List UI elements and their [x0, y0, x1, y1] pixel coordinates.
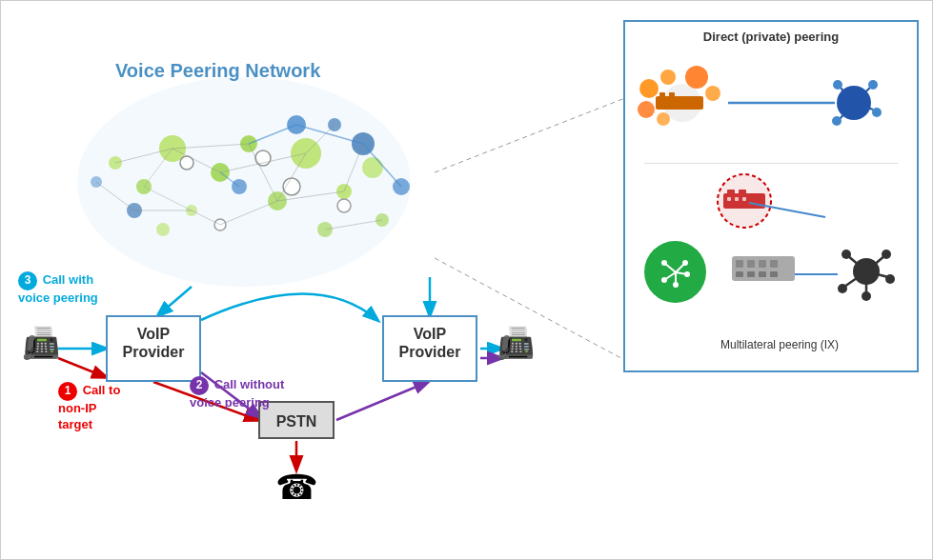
- svg-rect-96: [747, 260, 755, 268]
- svg-line-34: [363, 144, 401, 187]
- svg-point-9: [362, 157, 383, 178]
- label-call-voicepeering: 3 Call withvoice peering: [18, 271, 98, 307]
- svg-line-45: [220, 172, 239, 187]
- phone-left: 📠: [22, 325, 60, 361]
- svg-line-38: [115, 149, 172, 163]
- svg-point-8: [240, 135, 257, 152]
- svg-line-40: [192, 210, 220, 225]
- svg-point-109: [842, 250, 851, 259]
- svg-point-89: [661, 260, 667, 266]
- svg-line-46: [158, 287, 192, 315]
- svg-point-62: [705, 86, 720, 101]
- svg-rect-58: [669, 92, 675, 98]
- voip-provider-right: VoIPProvider: [382, 315, 477, 382]
- svg-point-0: [77, 77, 411, 287]
- svg-point-18: [393, 178, 410, 195]
- svg-point-11: [109, 156, 122, 170]
- svg-point-16: [232, 179, 247, 194]
- svg-point-15: [352, 132, 375, 155]
- svg-point-61: [685, 66, 708, 89]
- svg-point-23: [283, 178, 300, 195]
- svg-line-30: [144, 149, 172, 187]
- phone-bottom: ☎: [275, 468, 318, 508]
- ix-switch: [730, 249, 797, 292]
- svg-rect-80: [735, 197, 739, 201]
- svg-rect-79: [727, 197, 731, 201]
- svg-point-2: [211, 163, 230, 182]
- number-3: 3: [18, 271, 37, 290]
- svg-rect-78: [739, 190, 746, 195]
- svg-line-27: [220, 153, 306, 172]
- svg-point-21: [180, 156, 193, 170]
- voip-provider-right-label: VoIPProvider: [399, 326, 461, 360]
- number-1: 1: [58, 382, 77, 401]
- svg-point-73: [872, 108, 882, 117]
- svg-point-12: [375, 213, 389, 227]
- svg-rect-77: [727, 190, 735, 195]
- svg-point-74: [832, 116, 842, 126]
- multilateral-peering-label: Multilateral peering (IX): [720, 338, 839, 353]
- ix-cluster: [833, 241, 900, 307]
- ix-circle: [644, 241, 706, 303]
- svg-rect-100: [747, 271, 755, 277]
- svg-line-28: [277, 153, 306, 201]
- svg-point-7: [186, 205, 197, 216]
- svg-point-59: [639, 79, 659, 98]
- svg-point-3: [291, 138, 321, 169]
- voip-provider-left: VoIPProvider: [106, 315, 201, 382]
- svg-point-25: [214, 219, 226, 230]
- svg-point-92: [673, 282, 679, 288]
- svg-point-91: [684, 271, 690, 277]
- svg-rect-98: [770, 260, 778, 268]
- svg-line-33: [296, 125, 363, 144]
- svg-point-6: [136, 179, 152, 194]
- label-call-nonip: 1 Call tonon-IPtarget: [58, 382, 120, 433]
- svg-point-4: [268, 191, 287, 210]
- svg-point-19: [328, 118, 341, 131]
- svg-line-35: [172, 144, 249, 149]
- svg-rect-99: [736, 271, 743, 277]
- direct-peering-title: Direct (private) peering: [625, 30, 917, 44]
- svg-line-41: [325, 220, 382, 230]
- svg-rect-56: [656, 96, 703, 110]
- number-2: 2: [190, 376, 209, 395]
- svg-point-1: [159, 135, 186, 162]
- svg-point-110: [882, 250, 891, 259]
- svg-rect-94: [732, 256, 795, 281]
- svg-point-60: [660, 70, 676, 85]
- peering-panel: Direct (private) peering: [623, 20, 919, 372]
- svg-point-24: [337, 199, 351, 212]
- svg-line-53: [435, 96, 630, 172]
- svg-point-90: [682, 260, 688, 266]
- svg-point-112: [862, 291, 871, 301]
- svg-rect-95: [736, 260, 743, 268]
- diagram-container: Voice Peering Network VoIPProvider VoIPP…: [0, 0, 933, 560]
- svg-line-26: [172, 149, 220, 172]
- svg-point-10: [317, 222, 333, 237]
- svg-point-5: [336, 184, 352, 199]
- svg-point-17: [127, 203, 142, 218]
- svg-line-42: [220, 201, 277, 225]
- svg-rect-102: [770, 271, 778, 277]
- main-title: Voice Peering Network: [115, 60, 320, 82]
- svg-line-51: [58, 358, 106, 377]
- phone-right: 📠: [497, 325, 535, 361]
- svg-point-113: [838, 284, 847, 293]
- svg-rect-101: [759, 271, 766, 277]
- label-call-without: 2 Call withoutvoice peering: [190, 376, 284, 411]
- svg-point-72: [868, 80, 878, 90]
- svg-point-13: [156, 223, 170, 236]
- svg-point-14: [287, 115, 306, 134]
- svg-rect-81: [742, 197, 746, 201]
- svg-line-82: [749, 203, 825, 217]
- pstn-label: PSTN: [276, 413, 317, 430]
- svg-rect-57: [659, 92, 665, 98]
- svg-point-22: [255, 150, 271, 166]
- svg-line-43: [306, 125, 335, 153]
- svg-line-29: [277, 191, 344, 201]
- svg-rect-97: [759, 260, 766, 268]
- svg-line-44: [96, 182, 134, 210]
- svg-line-31: [144, 187, 192, 210]
- svg-point-63: [638, 101, 655, 118]
- svg-point-111: [885, 274, 895, 284]
